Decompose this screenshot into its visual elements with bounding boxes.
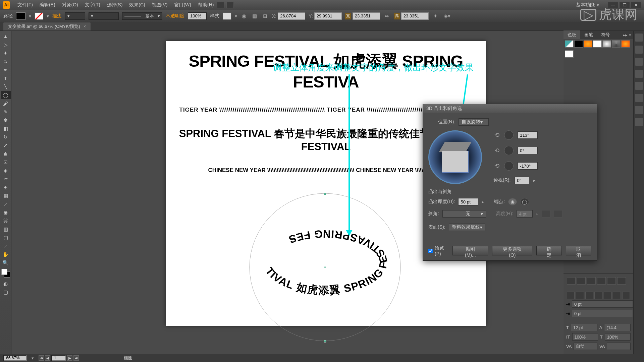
swatch-item[interactable] [565,50,574,58]
ok-button[interactable]: 确定 [536,246,562,255]
align-center-h[interactable] [577,277,586,285]
text-justify-right[interactable] [613,292,621,299]
draw-mode[interactable]: ◐ [1,280,11,288]
tab-close-icon[interactable]: × [84,24,86,29]
menu-window[interactable]: 窗口(W) [171,2,195,8]
bevel-select[interactable]: 无▾ [442,210,486,218]
slice-tool[interactable]: ⟋ [1,242,11,250]
text-align-left[interactable] [567,292,575,299]
free-transform-tool[interactable]: ⊡ [1,158,11,166]
symbols-tab[interactable]: 符号 [597,31,614,39]
align-top[interactable] [597,277,606,285]
surface-select[interactable]: 塑料效果底纹 ▾ [449,224,485,231]
strip-gradient-icon[interactable] [635,70,643,78]
eyedropper-tool[interactable]: ⟋ [1,200,11,208]
rot-y-input[interactable] [518,147,538,154]
opacity-label[interactable]: 不透明度 [166,13,184,19]
magic-wand-tool[interactable]: ✦ [1,49,11,57]
text-align-right[interactable] [585,292,593,299]
gradient-tool[interactable]: ▦ [1,191,11,200]
more-options-button[interactable]: 更多选项(O) [492,246,532,255]
rot-z-dial[interactable] [504,161,514,171]
arrange-icon[interactable] [226,2,234,8]
fill-dropdown-icon[interactable]: ▾ [29,13,31,19]
stroke-swatch[interactable] [35,12,43,20]
bridge-icon[interactable] [217,2,224,8]
menu-type[interactable]: 文字(T) [82,2,104,8]
zoom-dropdown-icon[interactable]: ▾ [32,356,34,361]
swatch-item[interactable] [602,40,611,48]
text-justify-center[interactable] [604,292,611,299]
menu-view[interactable]: 视图(V) [149,2,171,8]
panel-menu-icon[interactable]: ▸▸ ≡ [621,33,633,38]
artboard-tool[interactable]: ▢ [1,233,11,242]
map-art-button[interactable]: 贴图(M)... [452,246,488,255]
next-artboard[interactable]: ▶ [67,355,72,361]
font-size[interactable] [571,324,597,331]
perspective-input[interactable] [515,177,529,184]
depth-stepper[interactable]: ▸ [482,199,484,204]
swatch-item[interactable] [593,40,602,48]
depth-input[interactable] [458,198,478,205]
stroke-label[interactable]: 描边 [52,13,62,19]
strip-graphic-styles-icon[interactable] [635,106,643,114]
column-graph-tool[interactable]: ▥ [1,225,11,233]
position-select[interactable]: 自设旋转 ▾ [459,118,489,126]
text-justify-left[interactable] [594,292,602,299]
type-tool[interactable]: T [1,74,11,82]
pen-tool[interactable]: ✒ [1,66,11,74]
transform-icon[interactable]: ⊞ [262,13,269,19]
prev-artboard[interactable]: ◀ [45,355,50,361]
fill-swatch[interactable] [16,12,25,20]
fill-stroke-indicator[interactable] [1,269,10,278]
vscale[interactable] [572,333,598,341]
stroke-weight[interactable]: ▾ [65,12,85,20]
menu-help[interactable]: 帮助(H) [195,2,217,8]
text-align-center[interactable] [576,292,584,299]
align-bottom[interactable] [617,277,626,285]
document-tab[interactable]: 文变效果.ai* @ 66.67% (CMYK/预览) × [3,22,91,31]
line-tool[interactable]: ╲ [1,82,11,91]
style-swatch[interactable] [223,12,231,20]
align-left[interactable] [567,277,576,285]
lasso-tool[interactable]: ⊃ [1,57,11,66]
last-artboard[interactable]: ⏭ [73,355,79,361]
swatch-item[interactable] [584,40,592,48]
rot-z-input[interactable] [518,162,538,170]
symbol-sprayer-tool[interactable]: ⌘ [1,217,11,225]
strip-appearance-icon[interactable] [635,94,643,102]
swatches-tab[interactable]: 色板 [564,31,580,39]
rot-y-dial[interactable] [504,146,514,155]
pencil-tool[interactable]: ✎ [1,108,11,116]
swatch-item[interactable] [565,40,574,48]
opacity-input[interactable]: 100% [188,12,207,20]
selection-tool[interactable]: ▲ [1,32,11,41]
link-icon[interactable]: ⇔ [383,13,390,19]
swatch-item[interactable] [612,40,621,48]
screen-mode[interactable]: ▢ [1,288,11,296]
strip-stroke-icon[interactable] [635,58,643,66]
first-artboard[interactable]: ⏮ [39,355,44,361]
isolate-icon[interactable]: ◈▾ [442,13,452,19]
menu-file[interactable]: 文件(F) [14,2,36,8]
blend-tool[interactable]: ◉ [1,208,11,217]
perspective-stepper[interactable]: ▸ [533,178,536,183]
h-input[interactable]: 23.3351 [401,12,429,20]
stroke-dropdown-icon[interactable]: ▾ [47,13,49,19]
strip-layers-icon[interactable] [635,118,643,126]
preview-checkbox[interactable]: 预览(P) [428,245,448,256]
menu-select[interactable]: 选择(S) [104,2,126,8]
brush-def[interactable]: 基本▾ [122,12,162,20]
zoom-input[interactable] [3,355,27,361]
variable-width[interactable]: ▾ [89,12,119,20]
rotate-tool[interactable]: ↻ [1,133,11,141]
eraser-tool[interactable]: ◧ [1,124,11,133]
style-dropdown-icon[interactable]: ▾ [235,13,237,19]
text-justify-all[interactable] [622,292,630,299]
rot-x-dial[interactable] [504,130,514,140]
cap-off[interactable]: ◯ [520,198,529,205]
menu-object[interactable]: 对象(O) [59,2,82,8]
strip-color-icon[interactable] [635,34,643,42]
cancel-button[interactable]: 取消 [566,246,591,255]
align-icon[interactable]: ▦ [251,13,258,19]
